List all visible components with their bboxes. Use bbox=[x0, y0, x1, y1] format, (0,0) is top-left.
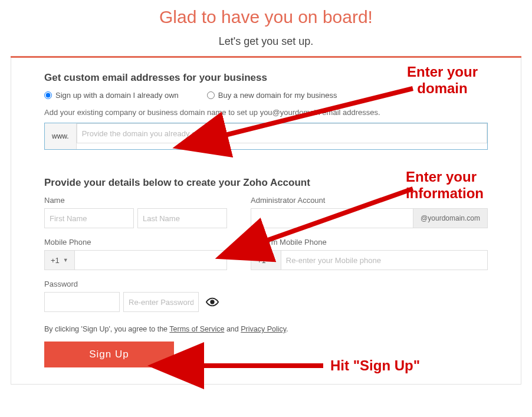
admin-account-suffix: @yourdomain.com bbox=[413, 208, 488, 228]
admin-account-input[interactable] bbox=[251, 208, 413, 228]
mobile-label: Mobile Phone bbox=[44, 238, 227, 247]
signup-card: Get custom email addresses for your busi… bbox=[11, 58, 521, 385]
page-title: Glad to have you on board! bbox=[0, 7, 532, 27]
last-name-input[interactable] bbox=[137, 208, 227, 228]
admin-account-label: Administrator Account bbox=[251, 196, 488, 205]
agree-text: By clicking 'Sign Up', you agree to the … bbox=[44, 325, 488, 333]
radio-buy-domain-input[interactable] bbox=[207, 91, 215, 99]
name-label: Name bbox=[44, 196, 227, 205]
radio-own-domain-input[interactable] bbox=[44, 91, 52, 99]
chevron-down-icon: ▼ bbox=[63, 257, 68, 263]
mobile-dial-select[interactable]: +1 ▼ bbox=[44, 250, 75, 270]
confirm-mobile-dial-select[interactable]: +1 ▼ bbox=[251, 250, 281, 270]
mobile-input[interactable] bbox=[75, 250, 227, 270]
first-name-input[interactable] bbox=[44, 208, 134, 228]
eye-icon[interactable] bbox=[202, 292, 222, 312]
confirm-mobile-label: Confirm Mobile Phone bbox=[251, 238, 488, 247]
password-input[interactable] bbox=[44, 292, 120, 312]
tos-link[interactable]: Terms of Service bbox=[169, 325, 224, 333]
radio-buy-domain-label: Buy a new domain for my business bbox=[218, 91, 337, 100]
page-subtitle: Let's get you set up. bbox=[0, 35, 532, 48]
svg-point-0 bbox=[211, 300, 214, 304]
confirm-mobile-dial-value: +1 bbox=[257, 256, 266, 265]
confirm-mobile-input[interactable] bbox=[281, 250, 488, 270]
radio-buy-domain[interactable]: Buy a new domain for my business bbox=[207, 91, 337, 100]
domain-input-group: www. bbox=[44, 123, 488, 150]
section-account-title: Provide your details below to create you… bbox=[44, 177, 488, 189]
domain-input[interactable] bbox=[77, 123, 487, 143]
section-domain-title: Get custom email addresses for your busi… bbox=[44, 72, 488, 84]
privacy-link[interactable]: Privacy Policy bbox=[241, 325, 286, 333]
confirm-password-input[interactable] bbox=[123, 292, 199, 312]
radio-own-domain[interactable]: Sign up with a domain I already own bbox=[44, 91, 179, 100]
mobile-dial-value: +1 bbox=[51, 256, 60, 265]
radio-own-domain-label: Sign up with a domain I already own bbox=[55, 91, 179, 100]
domain-helper-text: Add your existing company or business do… bbox=[44, 108, 488, 117]
domain-prefix: www. bbox=[45, 123, 77, 149]
chevron-down-icon: ▼ bbox=[270, 257, 275, 263]
password-label: Password bbox=[44, 280, 227, 288]
sign-up-button[interactable]: Sign Up bbox=[44, 342, 174, 367]
